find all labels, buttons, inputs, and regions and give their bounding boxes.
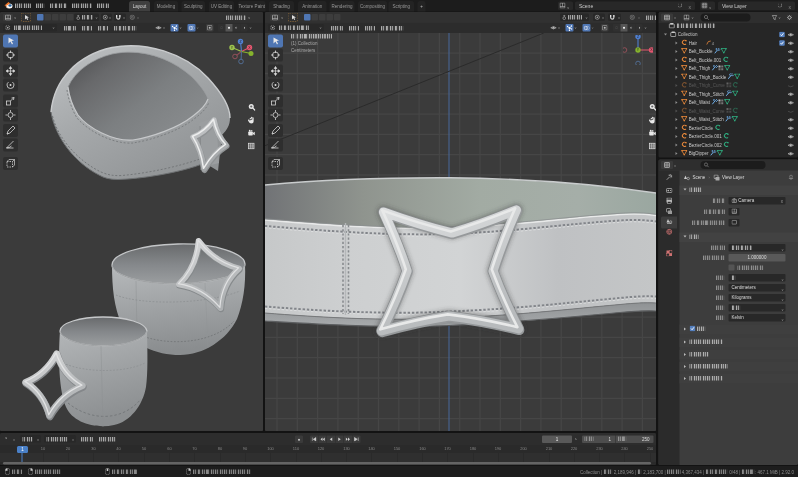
- svg-text:X: X: [650, 48, 653, 52]
